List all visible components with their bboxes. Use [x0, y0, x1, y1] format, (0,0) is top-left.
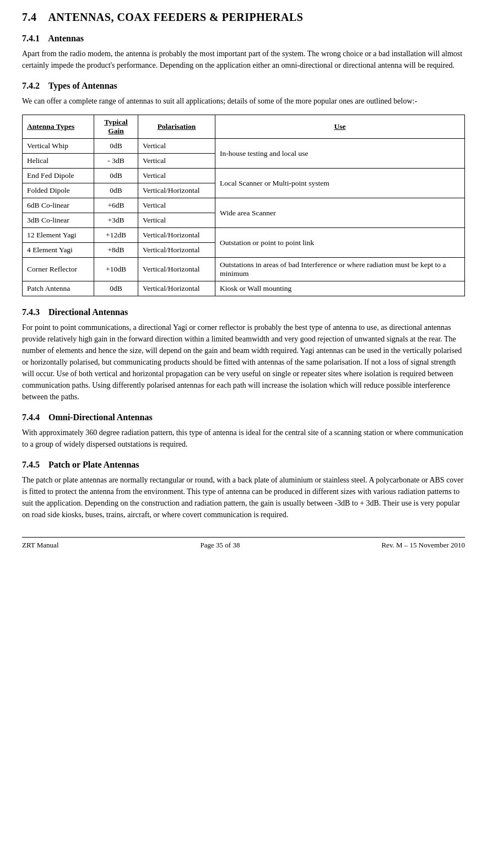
cell-gain: +8dB [94, 243, 138, 258]
cell-type: Helical [23, 154, 94, 169]
cell-use: In-house testing and local use [215, 139, 465, 169]
cell-pol: Vertical/Horizontal [138, 183, 215, 198]
antenna-table: Antenna Types Typical Gain Polarisation … [22, 115, 465, 296]
cell-use: Outstation or point to point link [215, 228, 465, 258]
subsection-744-title: 7.4.4 Omni-Directional Antennas [22, 413, 465, 422]
cell-gain: +3dB [94, 213, 138, 228]
cell-gain: +6dB [94, 198, 138, 213]
footer-page: Page 35 of 38 [201, 541, 240, 550]
col-header-pol: Polarisation [138, 115, 215, 139]
cell-gain: 0dB [94, 139, 138, 154]
cell-use: Outstations in areas of bad Interference… [215, 258, 465, 281]
cell-gain: +12dB [94, 228, 138, 243]
cell-type: Folded Dipole [23, 183, 94, 198]
cell-gain: +10dB [94, 258, 138, 281]
cell-use: Local Scanner or Multi-point system [215, 169, 465, 198]
footer-manual: ZRT Manual [22, 541, 59, 550]
section-number: 7.4 [22, 11, 37, 23]
subsection-744-body: With approximately 360 degree radiation … [22, 427, 465, 450]
page-footer: ZRT Manual Page 35 of 38 Rev. M – 15 Nov… [22, 537, 465, 550]
footer-revision: Rev. M – 15 November 2010 [381, 541, 465, 550]
subsection-743-title: 7.4.3 Directional Antennas [22, 307, 465, 317]
table-row: Patch Antenna0dBVertical/HorizontalKiosk… [23, 281, 465, 296]
table-row: End Fed Dipole0dBVerticalLocal Scanner o… [23, 169, 465, 183]
subsection-741-body: Apart from the radio modem, the antenna … [22, 48, 465, 71]
cell-type: 4 Element Yagi [23, 243, 94, 258]
subsection-742-body: We can offer a complete range of antenna… [22, 95, 465, 107]
main-section-title: 7.4 ANTENNAS, COAX FEEDERS & PERIPHERALS [22, 11, 465, 24]
col-header-type: Antenna Types [23, 115, 94, 139]
col-header-use: Use [215, 115, 465, 139]
cell-type: 12 Element Yagi [23, 228, 94, 243]
cell-gain: 0dB [94, 183, 138, 198]
cell-type: Vertical Whip [23, 139, 94, 154]
subsection-742-title: 7.4.2 Types of Antennas [22, 81, 465, 91]
cell-pol: Vertical [138, 198, 215, 213]
cell-type: End Fed Dipole [23, 169, 94, 183]
cell-gain: 0dB [94, 281, 138, 296]
table-row: Vertical Whip0dBVerticalIn-house testing… [23, 139, 465, 154]
subsection-745-title: 7.4.5 Patch or Plate Antennas [22, 460, 465, 470]
cell-gain: - 3dB [94, 154, 138, 169]
cell-pol: Vertical/Horizontal [138, 228, 215, 243]
cell-pol: Vertical/Horizontal [138, 243, 215, 258]
cell-pol: Vertical [138, 169, 215, 183]
cell-use: Wide area Scanner [215, 198, 465, 228]
cell-gain: 0dB [94, 169, 138, 183]
cell-pol: Vertical [138, 213, 215, 228]
table-row: Corner Reflector+10dBVertical/Horizontal… [23, 258, 465, 281]
cell-pol: Vertical [138, 139, 215, 154]
cell-type: 6dB Co-linear [23, 198, 94, 213]
cell-pol: Vertical/Horizontal [138, 281, 215, 296]
cell-use: Kiosk or Wall mounting [215, 281, 465, 296]
cell-type: 3dB Co-linear [23, 213, 94, 228]
cell-pol: Vertical [138, 154, 215, 169]
table-row: 6dB Co-linear+6dBVerticalWide area Scann… [23, 198, 465, 213]
subsection-745-body: The patch or plate antennas are normally… [22, 474, 465, 520]
col-header-gain: Typical Gain [94, 115, 138, 139]
table-row: 12 Element Yagi+12dBVertical/HorizontalO… [23, 228, 465, 243]
cell-type: Patch Antenna [23, 281, 94, 296]
cell-pol: Vertical/Horizontal [138, 258, 215, 281]
subsection-741-title: 7.4.1 Antennas [22, 34, 465, 44]
section-title-text: ANTENNAS, COAX FEEDERS & PERIPHERALS [48, 11, 303, 23]
cell-type: Corner Reflector [23, 258, 94, 281]
subsection-743-body: For point to point communications, a dir… [22, 322, 465, 403]
